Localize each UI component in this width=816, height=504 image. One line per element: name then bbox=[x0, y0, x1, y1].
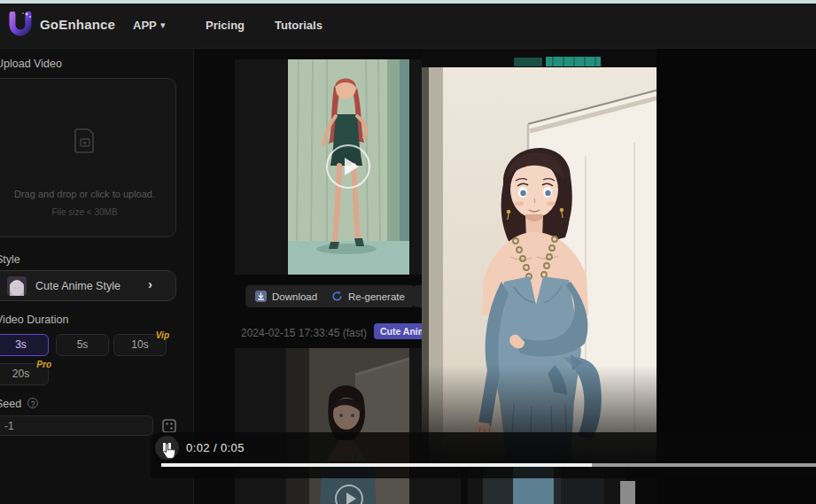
video-file-icon bbox=[74, 128, 97, 153]
chevron-right-icon: › bbox=[148, 276, 152, 291]
style-selector[interactable]: Cute Anime Style › bbox=[0, 270, 176, 301]
player-video[interactable] bbox=[422, 50, 657, 462]
result-video-2[interactable] bbox=[286, 348, 409, 504]
duration-section-label: Video Duration bbox=[0, 314, 68, 326]
style-selected-value: Cute Anime Style bbox=[35, 280, 120, 292]
player-seekbar[interactable] bbox=[161, 463, 816, 467]
question-icon[interactable]: ? bbox=[27, 398, 38, 408]
navbar: GoEnhance APP ▾ Pricing Tutorials bbox=[0, 0, 816, 49]
goenhance-app: GoEnhance APP ▾ Pricing Tutorials Upload… bbox=[0, 0, 816, 504]
nav-pricing[interactable]: Pricing bbox=[206, 19, 245, 32]
download-button[interactable]: Download bbox=[245, 285, 327, 307]
download-icon bbox=[255, 291, 267, 302]
regenerate-button[interactable]: Re-generate bbox=[322, 285, 415, 307]
refresh-icon bbox=[331, 291, 343, 302]
seed-input[interactable] bbox=[0, 415, 153, 436]
chevron-down-icon: ▾ bbox=[160, 19, 166, 31]
duration-5s-button[interactable]: 5s bbox=[56, 334, 109, 356]
player-controls: 0:02 / 0:05 bbox=[151, 432, 816, 478]
duration-3s-button[interactable]: 3s bbox=[0, 334, 49, 356]
duration-10s-button[interactable]: 10s Vip bbox=[113, 334, 167, 356]
goenhance-logo-icon[interactable] bbox=[9, 12, 33, 36]
vip-tag: Vip bbox=[156, 325, 169, 345]
hand-cursor bbox=[161, 443, 176, 460]
dropzone-text: Drag and drop or click to upload. bbox=[0, 189, 175, 199]
brand-title: GoEnhance bbox=[40, 17, 115, 32]
seed-section-label: Seed bbox=[0, 398, 21, 410]
player-time: 0:02 / 0:05 bbox=[186, 441, 245, 454]
scroll-fragment bbox=[620, 481, 635, 504]
upload-dropzone[interactable]: Drag and drop or click to upload. File s… bbox=[0, 78, 176, 237]
top-edge-strip bbox=[0, 0, 816, 4]
result-timestamp: 2024-02-15 17:33:45 (fast) bbox=[241, 327, 367, 339]
nav-tutorials[interactable]: Tutorials bbox=[275, 19, 323, 32]
style-section-label: Style bbox=[0, 253, 20, 266]
style-thumbnail bbox=[7, 276, 27, 296]
pro-tag: Pro bbox=[36, 354, 51, 375]
result-video-1[interactable] bbox=[288, 59, 409, 275]
upload-section-label: Upload Video bbox=[0, 58, 62, 70]
duration-20s-button[interactable]: 20s Pro bbox=[0, 363, 49, 385]
seekbar-played bbox=[161, 463, 592, 467]
dropzone-hint: File size < 30MB bbox=[0, 207, 175, 217]
thumbnail-illustration-2 bbox=[286, 348, 409, 504]
nav-app[interactable]: APP bbox=[133, 19, 157, 32]
